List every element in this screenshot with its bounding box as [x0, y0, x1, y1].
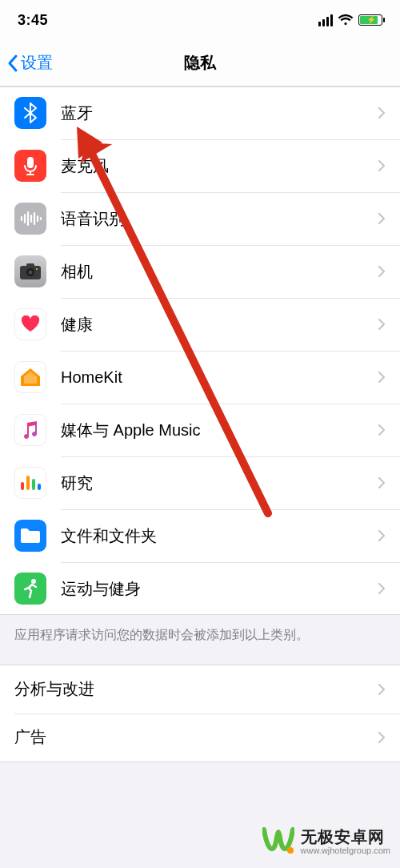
row-label: 麦克风: [61, 155, 378, 177]
microphone-icon: [14, 150, 46, 182]
chevron-left-icon: [6, 54, 19, 73]
row-health[interactable]: 健康: [0, 298, 400, 351]
folder-icon: [14, 520, 46, 552]
status-right: ⚡: [318, 14, 382, 26]
chevron-right-icon: [378, 318, 386, 331]
watermark: 无极安卓网 www.wjhotelgroup.com: [262, 826, 391, 857]
screen: 3:45 ⚡ 设置 隐私 蓝牙: [0, 0, 400, 868]
row-microphone[interactable]: 麦克风: [0, 139, 400, 192]
runner-icon: [14, 573, 46, 605]
chevron-right-icon: [378, 371, 386, 384]
watermark-text: 无极安卓网 www.wjhotelgroup.com: [301, 828, 391, 855]
row-label: 语音识别: [61, 208, 378, 230]
page-title: 隐私: [184, 52, 216, 74]
row-label: 分析与改进: [14, 678, 378, 700]
chevron-right-icon: [378, 106, 386, 119]
group-analytics-ads: 分析与改进 广告: [0, 665, 400, 762]
music-icon: [14, 414, 46, 446]
camera-icon: [14, 255, 46, 287]
chevron-right-icon: [378, 582, 386, 595]
row-label: 相机: [61, 261, 378, 283]
chevron-right-icon: [378, 683, 386, 696]
row-label: 健康: [61, 314, 378, 336]
footer-note: 应用程序请求访问您的数据时会被添加到以上类别。: [0, 615, 400, 665]
svg-point-17: [31, 579, 36, 584]
svg-rect-16: [38, 484, 41, 490]
watermark-logo-icon: [262, 826, 294, 857]
chevron-right-icon: [378, 529, 386, 542]
battery-charging-icon: ⚡: [358, 14, 382, 26]
privacy-list: 蓝牙 麦克风 语音识别 相机: [0, 86, 400, 615]
row-analytics[interactable]: 分析与改进: [0, 665, 400, 713]
svg-rect-15: [32, 479, 35, 490]
svg-point-11: [29, 271, 33, 275]
row-speech[interactable]: 语音识别: [0, 192, 400, 245]
chevron-right-icon: [378, 731, 386, 744]
svg-rect-0: [27, 157, 34, 168]
row-label: 广告: [14, 726, 378, 748]
svg-rect-14: [26, 476, 30, 490]
back-label: 设置: [21, 52, 53, 74]
heart-icon: [14, 308, 46, 340]
status-bar: 3:45 ⚡: [0, 0, 400, 40]
bluetooth-icon: [14, 97, 46, 129]
svg-point-12: [36, 268, 38, 270]
chevron-right-icon: [378, 212, 386, 225]
chevron-right-icon: [378, 265, 386, 278]
nav-bar: 设置 隐私: [0, 40, 400, 86]
row-ads[interactable]: 广告: [0, 713, 400, 762]
watermark-line2: www.wjhotelgroup.com: [301, 846, 391, 855]
row-media[interactable]: 媒体与 Apple Music: [0, 404, 400, 456]
row-files[interactable]: 文件和文件夹: [0, 509, 400, 562]
row-homekit[interactable]: HomeKit: [0, 351, 400, 404]
row-research[interactable]: 研究: [0, 456, 400, 509]
chevron-right-icon: [378, 159, 386, 172]
watermark-line1: 无极安卓网: [301, 828, 391, 846]
row-label: 蓝牙: [61, 102, 378, 124]
svg-rect-9: [26, 263, 34, 267]
row-label: 媒体与 Apple Music: [61, 420, 378, 441]
wifi-icon: [338, 14, 354, 26]
waveform-icon: [14, 203, 46, 235]
svg-point-21: [287, 847, 294, 854]
chevron-right-icon: [378, 476, 386, 489]
bars-icon: [14, 467, 46, 499]
row-bluetooth[interactable]: 蓝牙: [0, 86, 400, 139]
row-label: HomeKit: [61, 368, 378, 387]
status-time: 3:45: [18, 12, 48, 29]
row-label: 运动与健身: [61, 578, 378, 600]
row-label: 文件和文件夹: [61, 525, 378, 547]
row-camera[interactable]: 相机: [0, 245, 400, 298]
svg-rect-13: [21, 482, 24, 490]
row-fitness[interactable]: 运动与健身: [0, 562, 400, 615]
home-icon: [14, 361, 46, 393]
chevron-right-icon: [378, 424, 386, 436]
row-label: 研究: [61, 472, 378, 494]
cellular-signal-icon: [318, 14, 333, 26]
back-button[interactable]: 设置: [6, 40, 53, 86]
